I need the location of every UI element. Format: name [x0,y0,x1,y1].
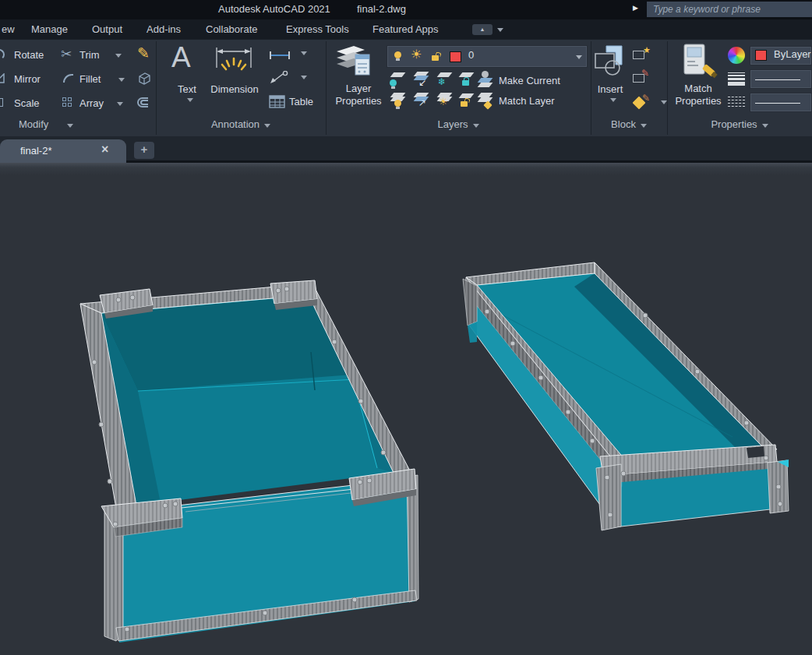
trim-scissors-icon: ✂ [61,46,72,62]
fillet-dropdown-icon[interactable] [118,78,125,82]
linetype-value-line [755,103,800,104]
match-properties-button[interactable]: Match Properties [669,83,728,107]
lineweight-combo[interactable] [750,69,812,89]
layer-combo-caret-icon[interactable] [576,55,582,59]
dimension-button[interactable]: Dimension [204,83,265,95]
ribbon-tab-collaborate[interactable]: Collaborate [206,23,258,35]
table-icon [269,95,285,108]
object-color-value: ByLayer [774,51,811,58]
properties-panel-label[interactable]: Properties [667,118,812,130]
text-dropdown-icon[interactable] [187,98,193,102]
mirror-button[interactable]: Mirror [14,73,41,85]
lineweight-icon [728,71,745,87]
edit-attributes-dropdown-icon[interactable] [661,100,667,104]
drawing-viewport[interactable] [0,163,812,655]
layer-thaw-sun-icon[interactable]: ☀ [411,51,422,58]
layer-unlock-icon[interactable] [432,55,439,61]
ribbon-tab-addins[interactable]: Add-ins [147,23,181,35]
titlebar: Autodesk AutoCAD 2021 final-2.dwg ▶ [0,0,812,19]
layer-isolate-button[interactable]: ↙ [411,71,429,88]
document-title: final-2.dwg [357,3,406,15]
tray-right[interactable] [463,262,789,530]
table-button[interactable]: Table [289,96,313,107]
leader-dropdown-icon[interactable] [301,76,307,79]
ribbon-minimize-button[interactable]: ▲ [472,24,492,35]
properties-panel-label-text: Properties [711,118,757,130]
search-arrow-icon[interactable]: ▶ [633,4,638,12]
edit-attributes-icon[interactable]: ✎ [633,93,651,110]
leader-icon[interactable] [270,71,290,84]
object-color-combo[interactable]: ByLayer [750,46,812,65]
modify-panel-label[interactable]: Modify [19,118,48,130]
annotation-panel-caret-icon [264,124,270,128]
ribbon-tab-express-tools[interactable]: Express Tools [286,23,349,35]
scale-button[interactable]: Scale [14,97,40,109]
ribbon-tab-output[interactable]: Output [92,23,122,35]
color-wheel-icon [728,47,745,64]
layer-unlock-all-button[interactable] [456,92,475,109]
dimension-linear-dropdown-icon[interactable] [301,51,307,55]
ribbon-tab-view[interactable]: ew [2,23,15,35]
rotate-icon [0,49,5,60]
modify-panel-caret-icon[interactable] [67,124,73,128]
file-tab-close-icon[interactable]: × [101,143,108,157]
scale-icon [0,98,3,107]
layers-panel-caret-icon [473,124,479,128]
linetype-combo[interactable] [750,93,812,112]
layer-color-swatch[interactable] [450,51,461,62]
make-current-button[interactable]: Make Current [499,75,560,86]
help-search: ▶ [633,2,812,17]
layer-properties-button[interactable]: Layer Properties [327,83,390,107]
insert-button[interactable]: Insert [589,83,631,95]
array-dropdown-icon[interactable] [117,102,123,106]
layer-off-button[interactable] [387,71,406,88]
ribbon-minimize-caret-icon[interactable] [497,28,503,32]
create-block-icon[interactable]: ★ [633,46,651,62]
rotate-button[interactable]: Rotate [14,49,44,61]
file-tab-active[interactable]: final-2* × [0,139,126,163]
app-title: Autodesk AutoCAD 2021 [218,3,330,15]
edit-block-icon[interactable]: ✎ [633,69,651,85]
new-tab-button[interactable]: + [134,142,154,159]
insert-dropdown-icon[interactable] [610,98,616,102]
block-panel-label[interactable]: Block [591,118,667,130]
layer-properties-icon [335,42,376,81]
trim-dropdown-icon[interactable] [115,54,122,58]
fillet-icon [63,74,73,83]
fillet-button[interactable]: Fillet [79,73,101,85]
ribbon-tab-manage[interactable]: Manage [31,23,68,35]
block-panel-label-text: Block [611,118,636,130]
explode-icon[interactable] [136,72,152,85]
ribbon-tab-featured-apps[interactable]: Featured Apps [372,23,439,35]
file-tab-name: final-2* [20,145,51,157]
match-properties-icon [680,43,718,82]
layers-panel-label[interactable]: Layers [326,118,591,130]
offset-icon[interactable] [137,97,149,107]
match-layer-button[interactable]: Match Layer [499,95,555,107]
array-button[interactable]: Array [79,97,104,109]
layer-on-bulb-icon[interactable] [394,51,401,58]
ribbon: Rotate Mirror Scale ✂ Trim Fillet Array … [0,39,812,136]
erase-icon[interactable]: ✎ [137,44,150,62]
viewport-canvas[interactable] [0,163,812,655]
search-input[interactable] [647,2,812,17]
layer-select-combo[interactable]: ☀ 0 [387,45,588,68]
layer-lock-button[interactable] [456,71,475,88]
layer-thaw-all-button[interactable]: ☀ [434,92,453,109]
array-icon [62,97,72,107]
file-tab-bar: final-2* × + [0,136,812,163]
layer-on-all-button[interactable] [387,92,406,109]
layer-unisolate-button[interactable]: ↗ [411,92,429,109]
current-layer-name: 0 [468,51,474,59]
make-current-icon [475,71,494,88]
dimension-linear-icon[interactable] [270,49,290,57]
object-color-swatch [755,50,767,61]
mirror-icon [0,73,5,83]
trim-button[interactable]: Trim [79,49,100,61]
annotation-panel-label[interactable]: Annotation [156,118,326,130]
layer-freeze-button[interactable]: ❄ [434,71,453,88]
ribbon-tab-bar: ew Manage Output Add-ins Collaborate Exp… [0,19,812,39]
dimension-icon [212,44,256,80]
tank-left[interactable] [80,280,418,643]
text-button[interactable]: Text [173,83,201,95]
